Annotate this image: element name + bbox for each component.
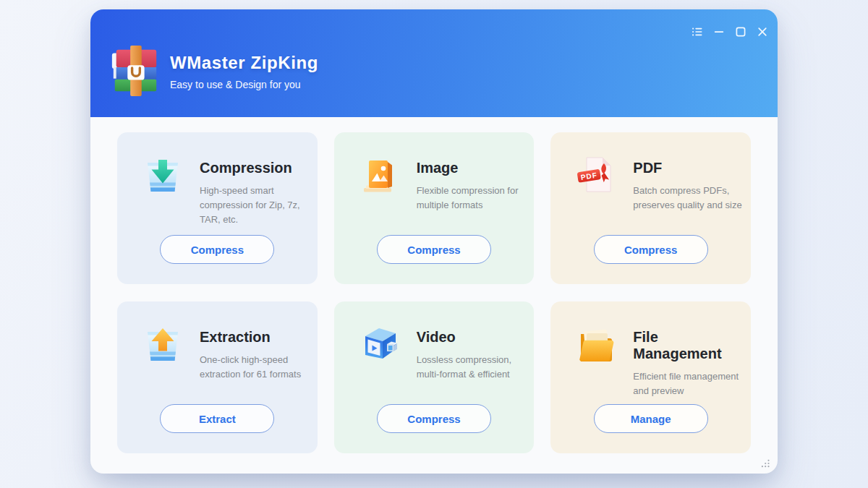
minimize-icon	[713, 26, 725, 38]
compress-down-arrow-icon	[142, 154, 184, 196]
card-description: Lossless compression, multi-format & eff…	[417, 353, 529, 382]
compression-compress-button[interactable]: Compress	[160, 235, 274, 264]
card-description: Flexible compression for multiple format…	[417, 184, 529, 213]
card-pdf: PDF PDF Batch compress PDFs, preserves q…	[550, 132, 751, 284]
card-description: High-speed smart compression for Zip, 7z…	[200, 184, 312, 227]
image-frame-icon	[359, 154, 401, 196]
close-icon	[757, 26, 768, 38]
minimize-button[interactable]	[712, 25, 725, 38]
card-title: PDF	[633, 160, 745, 176]
card-text: Extraction One-click high-speed extracti…	[200, 323, 312, 382]
image-compress-button[interactable]: Compress	[377, 235, 491, 264]
list-menu-icon	[692, 26, 703, 38]
card-title: Image	[417, 160, 529, 176]
card-video: Video Lossless compression, multi-format…	[334, 301, 535, 453]
video-compress-button[interactable]: Compress	[377, 404, 491, 433]
card-image: Image Flexible compression for multiple …	[334, 132, 535, 284]
card-title: Extraction	[200, 329, 312, 346]
feature-grid: Compression High-speed smart compression…	[117, 132, 751, 453]
card-compression: Compression High-speed smart compression…	[117, 132, 318, 284]
pdf-file-icon: PDF	[575, 154, 617, 196]
maximize-button[interactable]	[734, 25, 746, 38]
window-controls	[691, 25, 768, 38]
card-head: Image Flexible compression for multiple …	[334, 132, 535, 213]
maximize-icon	[735, 26, 746, 38]
card-title: Compression	[200, 160, 312, 176]
card-head: Extraction One-click high-speed extracti…	[117, 301, 318, 382]
card-description: One-click high-speed extraction for 61 f…	[200, 353, 312, 382]
extract-up-arrow-icon	[142, 323, 184, 365]
card-text: Image Flexible compression for multiple …	[417, 154, 529, 213]
card-head: Video Lossless compression, multi-format…	[334, 301, 535, 382]
app-subtitle: Easy to use & Design for you	[170, 79, 318, 90]
card-text: Compression High-speed smart compression…	[200, 154, 312, 227]
resize-grip-icon[interactable]	[760, 458, 770, 468]
card-head: PDF PDF Batch compress PDFs, preserves q…	[550, 132, 751, 213]
app-window: WMaster ZipKing Easy to use & Design for…	[90, 9, 778, 474]
app-title-block: WMaster ZipKing Easy to use & Design for…	[170, 53, 318, 90]
card-file-management: File Management Efficient file managemen…	[550, 301, 751, 453]
close-button[interactable]	[756, 25, 768, 38]
card-text: Video Lossless compression, multi-format…	[417, 323, 529, 382]
pdf-compress-button[interactable]: Compress	[594, 235, 708, 264]
file-management-manage-button[interactable]: Manage	[594, 404, 708, 433]
card-title: File Management	[633, 329, 745, 362]
card-extraction: Extraction One-click high-speed extracti…	[117, 301, 318, 453]
extraction-extract-button[interactable]: Extract	[160, 404, 274, 433]
winrar-books-logo-icon	[109, 43, 162, 100]
card-text: File Management Efficient file managemen…	[633, 323, 745, 398]
app-title: WMaster ZipKing	[170, 53, 318, 73]
card-text: PDF Batch compress PDFs, preserves quali…	[633, 154, 745, 213]
card-head: File Management Efficient file managemen…	[550, 301, 751, 398]
folder-icon	[575, 323, 617, 365]
card-title: Video	[417, 329, 529, 346]
card-description: Batch compress PDFs, preserves quality a…	[633, 184, 745, 213]
video-cube-icon	[359, 323, 401, 365]
menu-list-button[interactable]	[691, 25, 703, 38]
app-header: WMaster ZipKing Easy to use & Design for…	[90, 9, 778, 117]
card-description: Efficient file management and preview	[633, 369, 745, 398]
card-head: Compression High-speed smart compression…	[117, 132, 318, 227]
